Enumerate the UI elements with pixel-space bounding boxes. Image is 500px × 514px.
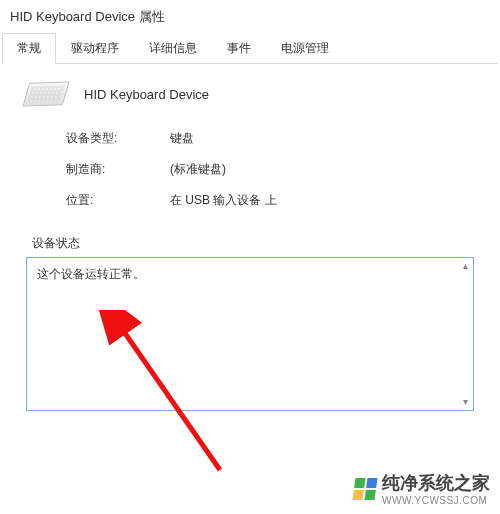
scroll-up-icon[interactable]: ▴ bbox=[458, 259, 472, 273]
manufacturer-value: (标准键盘) bbox=[170, 161, 226, 178]
tab-power[interactable]: 电源管理 bbox=[266, 33, 344, 64]
watermark-text: 纯净系统之家 bbox=[382, 471, 490, 495]
tab-bar: 常规 驱动程序 详细信息 事件 电源管理 bbox=[2, 32, 498, 64]
status-textbox[interactable]: 这个设备运转正常。 bbox=[26, 257, 474, 411]
tab-driver[interactable]: 驱动程序 bbox=[56, 33, 134, 64]
window-title: HID Keyboard Device 属性 bbox=[0, 0, 500, 32]
device-type-label: 设备类型: bbox=[66, 130, 170, 147]
device-type-value: 键盘 bbox=[170, 130, 194, 147]
tab-content-general: HID Keyboard Device 设备类型: 键盘 制造商: (标准键盘)… bbox=[0, 64, 500, 421]
tab-general[interactable]: 常规 bbox=[2, 33, 56, 64]
watermark-logo-icon bbox=[352, 478, 377, 500]
manufacturer-label: 制造商: bbox=[66, 161, 170, 178]
location-value: 在 USB 输入设备 上 bbox=[170, 192, 277, 209]
device-info: 设备类型: 键盘 制造商: (标准键盘) 位置: 在 USB 输入设备 上 bbox=[66, 130, 480, 209]
device-name: HID Keyboard Device bbox=[84, 87, 209, 102]
status-label: 设备状态 bbox=[32, 235, 474, 252]
watermark-subtext: WWW.YCWSSJ.COM bbox=[382, 495, 490, 506]
keyboard-icon bbox=[22, 81, 69, 106]
watermark: 纯净系统之家 WWW.YCWSSJ.COM bbox=[354, 471, 490, 506]
location-label: 位置: bbox=[66, 192, 170, 209]
tab-details[interactable]: 详细信息 bbox=[134, 33, 212, 64]
scroll-down-icon[interactable]: ▾ bbox=[458, 395, 472, 409]
tab-events[interactable]: 事件 bbox=[212, 33, 266, 64]
